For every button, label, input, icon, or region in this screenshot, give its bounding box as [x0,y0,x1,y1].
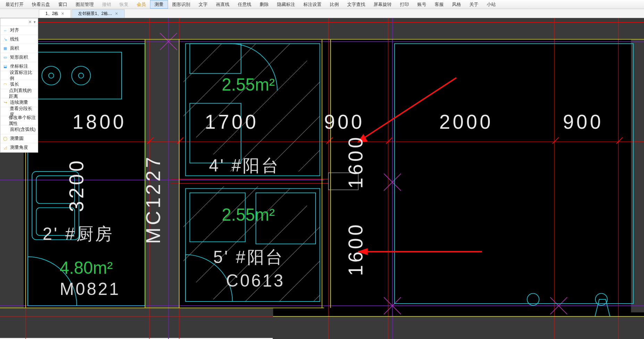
svg-point-64 [49,73,54,78]
menu-item[interactable]: 文字查找 [343,0,369,9]
svg-line-43 [213,61,307,154]
measure-dropdown: ✕ ▾ ↔对齐↘线性▦面积▭矩形面积⬓坐标标注设置标注比例◠弧长点到直线的距离↪… [0,18,38,153]
measure-menu-item[interactable]: 设置标注比例 [0,71,38,80]
svg-rect-68 [190,44,241,74]
close-icon[interactable]: ✕ [115,11,118,16]
measure-icon: ↔ [2,28,8,33]
measure-icon [2,127,8,133]
svg-rect-0 [0,18,644,39]
menu-item[interactable]: 恢复 [115,0,133,9]
svg-text:2000: 2000 [439,111,493,133]
menu-item[interactable]: 风格 [448,0,465,9]
tab-gap [0,9,38,18]
measure-menu-item[interactable]: ↘线性 [0,35,38,44]
drawing-svg: 180017009002000900 3200MC122716001600 2.… [0,18,644,339]
svg-line-51 [196,188,290,282]
measure-icon: ↪ [2,100,8,105]
menu-item[interactable]: 文字 [194,0,212,9]
menu-item[interactable]: 撤销 [98,0,115,9]
menu-item[interactable]: 图形识别 [168,0,194,9]
svg-text:1600: 1600 [345,222,367,276]
svg-text:4' #阳台: 4' #阳台 [209,156,280,175]
measure-icon [2,118,7,124]
menu-item[interactable]: 屏幕旋转 [369,0,396,9]
measure-menu-item[interactable]: ▦面积 [0,44,38,53]
measure-menu-item[interactable]: ◿测量角度 [0,143,38,152]
menu-item[interactable]: 打印 [396,0,413,9]
menu-item[interactable]: 任意线 [234,0,256,9]
menu-item[interactable]: 图层管理 [72,0,98,9]
svg-rect-61 [32,52,122,99]
cad-canvas[interactable]: 180017009002000900 3200MC122716001600 2.… [0,18,644,324]
svg-text:2.55m²: 2.55m² [222,205,275,224]
svg-text:5' #阳台: 5' #阳台 [213,248,284,266]
svg-text:900: 900 [324,111,365,133]
menu-item[interactable]: 删除 [256,0,273,9]
measure-menu-item[interactable]: 点到直线的距离 [0,89,38,98]
menu-item[interactable]: 窗口 [54,0,72,9]
measure-menu-item[interactable]: ↔对齐 [0,26,38,35]
svg-line-20 [386,137,392,144]
measure-icon: ⬓ [2,64,8,69]
svg-rect-1 [0,308,273,338]
menu-item[interactable]: 比例 [326,0,343,9]
svg-text:4.80m²: 4.80m² [60,259,113,277]
measure-icon: ▭ [2,55,8,60]
svg-text:2' #厨房: 2' #厨房 [43,224,114,243]
measure-menu-item[interactable]: ◯测量圆 [0,134,38,143]
svg-point-62 [42,66,60,85]
svg-text:900: 900 [563,111,603,133]
document-tabbar: 1、2栋✕左邻丽景1、2栋…✕ [0,9,644,18]
svg-text:1600: 1600 [345,135,367,188]
svg-text:1700: 1700 [205,111,259,133]
svg-text:C0613: C0613 [226,271,285,290]
svg-line-21 [552,137,559,144]
svg-rect-72 [394,44,633,304]
svg-line-53 [230,223,324,316]
measure-icon [2,109,8,115]
main-menubar: 最近打开快看云盘窗口图层管理撤销恢复会员测量图形识别文字画直线任意线删除隐藏标注… [0,0,644,9]
document-tab[interactable]: 1、2栋✕ [39,9,71,18]
menu-item[interactable]: 会员 [133,0,150,9]
menu-item[interactable]: 标注设置 [299,0,326,9]
menu-item[interactable]: 账号 [413,0,430,9]
close-icon[interactable]: ✕ [61,11,64,16]
svg-text:2.55m²: 2.55m² [222,75,275,94]
svg-text:1800: 1800 [73,111,126,133]
measure-menu-item[interactable]: 面积(含弧线) [0,125,38,134]
measure-icon [2,91,7,96]
measure-icon: ◿ [2,145,8,151]
measure-icon [2,73,8,78]
menu-item[interactable]: 客服 [430,0,448,9]
measure-menu-item[interactable]: 修改单个标注属性 [0,116,38,125]
svg-text:3200: 3200 [66,158,87,212]
svg-line-22 [616,137,622,144]
svg-text:MC1227: MC1227 [142,154,164,244]
measure-icon: ◠ [2,82,8,87]
measure-icon: ▦ [2,46,8,51]
svg-point-63 [72,66,90,85]
measure-menu-item[interactable]: ▭矩形面积 [0,53,38,62]
menu-item[interactable]: 画直线 [212,0,234,9]
dropdown-close[interactable]: ✕ ▾ [0,18,38,26]
measure-icon: ◯ [2,136,8,142]
svg-text:M0821: M0821 [60,280,120,299]
menu-item[interactable]: 测量 [150,0,168,9]
menu-item[interactable]: 关于 [465,0,483,9]
measure-icon: ↘ [2,37,8,42]
menu-item[interactable]: 小站 [483,0,500,9]
menu-item[interactable]: 快看云盘 [28,0,54,9]
workspace: 180017009002000900 3200MC122716001600 2.… [0,18,644,324]
menu-item[interactable]: 隐藏标注 [273,0,299,9]
svg-line-19 [326,137,333,144]
svg-point-65 [78,73,84,78]
document-tab[interactable]: 左邻丽景1、2栋…✕ [72,9,124,18]
menu-item[interactable]: 最近打开 [1,0,28,9]
